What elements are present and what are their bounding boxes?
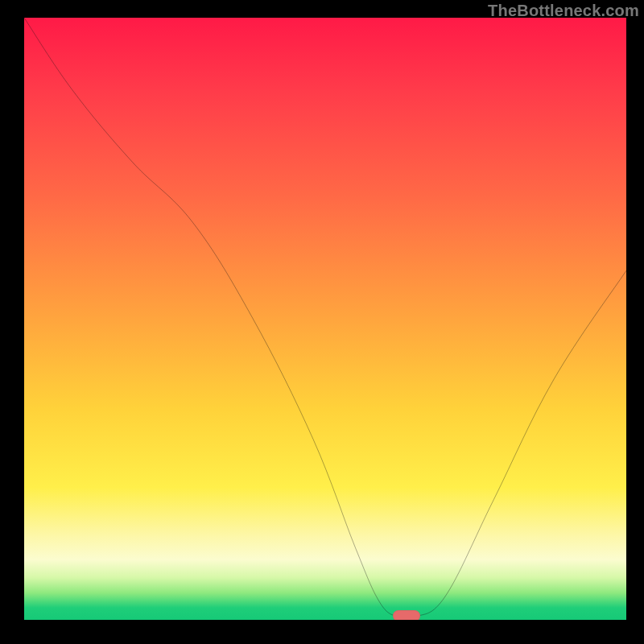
bottleneck-curve	[24, 18, 626, 620]
plot-area	[24, 18, 626, 620]
optimal-point-marker	[393, 610, 420, 620]
chart-frame: TheBottleneck.com	[0, 0, 644, 644]
